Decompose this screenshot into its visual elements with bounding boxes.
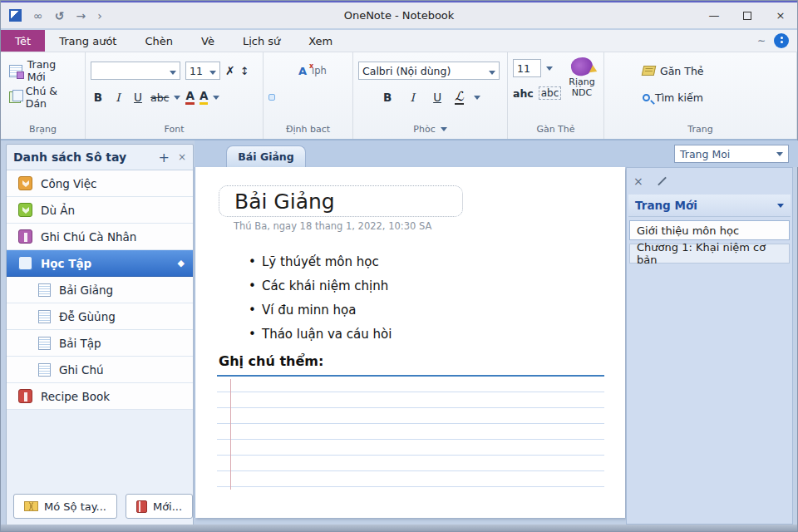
style-combo[interactable] <box>91 62 180 80</box>
new-page-dropdown[interactable]: Trang Moi <box>674 145 789 163</box>
tab-history[interactable]: Lịch sứ <box>229 30 294 52</box>
highlight-color-button[interactable]: A <box>200 90 208 105</box>
open-folder-icon <box>24 501 38 511</box>
ruled-notes-area[interactable] <box>217 375 604 488</box>
link-icon[interactable]: ∞ <box>33 9 43 22</box>
page-icon <box>38 283 51 297</box>
align-left-icon[interactable] <box>268 68 273 73</box>
format-painter-button[interactable]: Rịạng NDC <box>566 57 597 104</box>
redo-arrow-icon[interactable]: → <box>76 9 86 22</box>
pages-panel: × Trang Mới Giới thiệu môn học Chương 1:… <box>626 167 793 525</box>
sidebar-title: Danh sách Sô tay <box>13 150 126 164</box>
bullet-item: Tháo luận va cáu hòi <box>249 323 392 347</box>
minimize-button[interactable]: — <box>697 3 731 27</box>
bullet-item: Lỹ thúyết môn học <box>249 250 392 274</box>
tab-draw[interactable]: Vè <box>187 30 229 52</box>
sidebar-item-bai-giang[interactable]: Bải Giảng <box>7 277 193 303</box>
italic-button-2[interactable]: I <box>405 91 420 104</box>
strikethrough-button[interactable]: abc <box>150 91 169 104</box>
note-page[interactable]: Bải Giảng Thú Ba, ngay 18 thang 1, 2022,… <box>195 167 625 518</box>
edit-pencil-icon[interactable] <box>658 177 667 186</box>
chevron-down-icon <box>776 152 783 156</box>
notebook-red-icon <box>136 500 147 513</box>
tag-icon <box>642 66 657 76</box>
chevron-down-icon[interactable] <box>546 66 553 71</box>
sidebar-item-recipe-book[interactable]: Recipe Book <box>7 383 193 410</box>
new-notebook-button[interactable]: Mới... <box>126 494 193 519</box>
chevron-down-icon <box>170 71 176 75</box>
resize-text-icon[interactable]: ↕ <box>240 65 249 77</box>
page-icon <box>38 337 51 350</box>
sidebar-item-cong-viec[interactable]: Công Việc <box>7 170 193 197</box>
help-icon[interactable] <box>774 33 789 48</box>
number-list-icon[interactable] <box>280 95 285 100</box>
tag-style-button[interactable]: ahc <box>513 87 534 100</box>
underline-button[interactable]: U <box>131 91 145 104</box>
maximize-icon <box>743 12 751 20</box>
page-list-item-gioi-thieu[interactable]: Giới thiệu môn học <box>629 220 790 240</box>
maximize-button[interactable] <box>731 3 764 27</box>
new-page-button[interactable]: Trang Mới <box>6 57 80 85</box>
window-title: OneNote - Notebook <box>1 9 797 22</box>
sidebar-item-du-an[interactable]: Dù Ản <box>7 197 193 224</box>
sidebar-close-icon[interactable]: × <box>178 151 186 163</box>
translate-icon[interactable]: Ax <box>298 65 307 77</box>
clipboard-icon <box>9 91 21 103</box>
chevron-down-icon[interactable] <box>174 96 180 100</box>
tab-view[interactable]: Xem <box>294 30 347 52</box>
bold-button[interactable]: B <box>91 91 106 104</box>
italic-button[interactable]: I <box>111 91 126 104</box>
paragraph-extra-label: ıph <box>312 65 327 76</box>
group-label-font-main: Phòc <box>358 122 502 137</box>
font-color-button[interactable]: A <box>185 90 194 105</box>
bold-button-2[interactable]: B <box>380 91 395 104</box>
chevron-down-icon[interactable] <box>213 96 219 100</box>
page-list-item-chuong-1[interactable]: Chương 1: Khại niệm cơ bản <box>629 244 790 264</box>
sidebar-item-ghi-chu[interactable]: Ghi Chú <box>7 357 193 383</box>
clip-paste-button[interactable]: Chú & Dán <box>6 83 80 111</box>
notebook-sidebar: Danh sách Sô tay + × Công Việc Dù Ản Ghi… <box>6 144 194 528</box>
ribbon-collapse-icon[interactable]: ∼ <box>757 35 766 47</box>
undo-icon[interactable]: ↺ <box>55 9 65 22</box>
add-notebook-icon[interactable]: + <box>159 150 170 165</box>
search-button[interactable]: Tìm kiếm <box>639 90 707 106</box>
onenote-app-icon[interactable] <box>9 9 22 22</box>
sidebar-item-bai-tap[interactable]: Bải Tập <box>7 330 193 357</box>
sidebar-item-ghi-chu-ca-nhan[interactable]: Ghi Chú Cà Nhân <box>7 224 193 250</box>
group-label-paragraph: Định bact <box>268 122 347 137</box>
align-right-icon[interactable] <box>288 68 293 73</box>
close-button[interactable]: × <box>764 3 797 27</box>
size-combo-tags[interactable]: 11 <box>513 59 541 77</box>
size-combo-small[interactable]: 11 <box>185 62 220 80</box>
align-center-icon[interactable] <box>278 68 283 73</box>
open-notebook-button[interactable]: Mó Sộ tay... <box>13 494 117 519</box>
page-icon <box>38 363 51 377</box>
tab-home[interactable]: Têt <box>1 30 45 52</box>
new-page-icon <box>9 65 22 77</box>
group-label-tags: Gàn Thẻ <box>513 122 598 137</box>
font-name-combo[interactable]: Calbri (Nội dùng) <box>358 62 500 80</box>
new-page-header[interactable]: Trang Mới <box>628 195 791 217</box>
panel-close-icon[interactable]: × <box>633 175 643 188</box>
pen-style-icon[interactable]: ℒ <box>455 91 464 105</box>
tag-button[interactable]: Găn Thẻ <box>639 63 707 79</box>
page-tab-bai-giang[interactable]: Bái Giảng <box>226 145 306 167</box>
bullet-list[interactable]: Lỹ thúyết môn học Các khái niệm chịnh Ví… <box>249 250 392 347</box>
tab-insert[interactable]: Chèn <box>131 30 187 52</box>
underline-button-2[interactable]: U <box>430 91 445 104</box>
qat-more-icon[interactable]: › <box>97 9 102 22</box>
paintbrush-icon <box>569 55 595 78</box>
dialog-launcher-icon[interactable] <box>441 127 447 131</box>
page-title-box[interactable]: Bải Giảng <box>219 185 463 217</box>
ribbon-group-tags: 11 ahc abc Rịạng NDC Gàn Thẻ <box>508 52 604 139</box>
chevron-down-icon[interactable] <box>474 96 480 100</box>
tag-outline-button[interactable]: abc <box>539 86 562 100</box>
notebook-icon <box>18 256 32 270</box>
bullet-list-icon[interactable] <box>268 94 275 101</box>
sidebar-item-hoc-tap[interactable]: Học Tập◆ <box>7 250 193 277</box>
indent-icon[interactable] <box>290 95 295 100</box>
sidebar-item-de-cuong[interactable]: Đễ Gùủng <box>7 303 193 330</box>
clear-formatting-icon[interactable]: ✗ <box>225 64 235 77</box>
ribbon-group-font-main: Calbri (Nội dùng) B I U ℒ Phòc <box>353 52 508 139</box>
tab-pages[interactable]: Trang aưót <box>45 30 131 52</box>
